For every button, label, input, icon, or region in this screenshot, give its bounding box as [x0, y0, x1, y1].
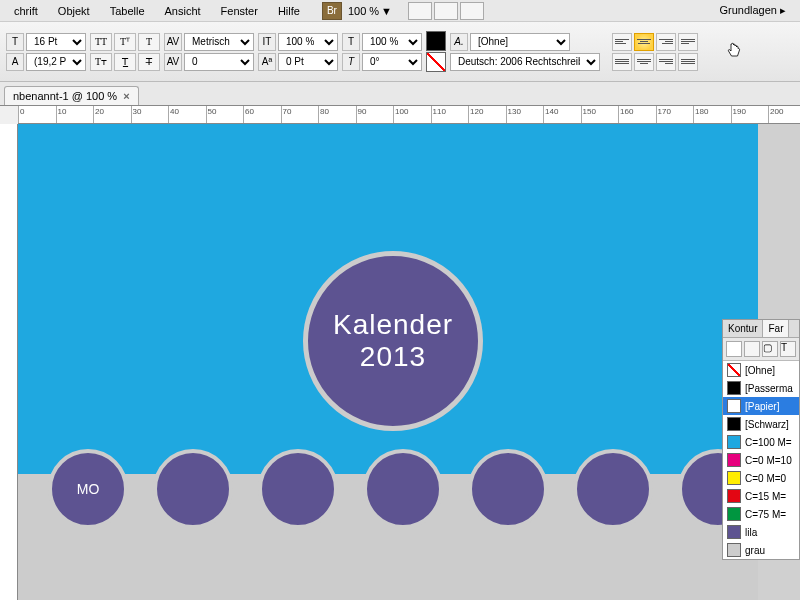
- swatch-label: C=75 M=: [745, 509, 786, 520]
- panel-tab-kontur[interactable]: Kontur: [723, 320, 763, 337]
- close-tab-icon[interactable]: ×: [123, 90, 129, 102]
- vscale-select[interactable]: 100 %: [278, 33, 338, 51]
- leading-icon: A: [6, 53, 24, 71]
- underline-button[interactable]: T̲: [114, 53, 136, 71]
- stroke-swatch[interactable]: [426, 52, 446, 72]
- swatch-color-icon: [727, 507, 741, 521]
- menu-schrift[interactable]: chrift: [4, 2, 48, 20]
- vscale-icon: IT: [258, 33, 276, 51]
- view-mode-2[interactable]: [434, 2, 458, 20]
- swatch-row[interactable]: lila: [723, 523, 799, 541]
- font-size-select[interactable]: 16 Pt: [26, 33, 86, 51]
- panel-object-icon[interactable]: ▢: [762, 341, 778, 357]
- swatch-label: [Schwarz]: [745, 419, 789, 430]
- panel-fill-swatch[interactable]: [726, 341, 742, 357]
- swatch-color-icon: [727, 381, 741, 395]
- title-line2: 2013: [360, 341, 426, 373]
- swatch-row[interactable]: C=0 M=10: [723, 451, 799, 469]
- align-group: [612, 33, 698, 71]
- view-mode-3[interactable]: [460, 2, 484, 20]
- swatch-row[interactable]: C=100 M=: [723, 433, 799, 451]
- bridge-button[interactable]: Br: [322, 2, 342, 20]
- skew-select[interactable]: 0°: [362, 53, 422, 71]
- subscript-button[interactable]: Tᴛ: [90, 53, 112, 71]
- baseline-icon: Aª: [258, 53, 276, 71]
- swatch-label: C=0 M=10: [745, 455, 792, 466]
- swatch-color-icon: [727, 525, 741, 539]
- all-caps-button[interactable]: TT: [90, 33, 112, 51]
- day-circle-3[interactable]: [258, 449, 338, 529]
- align-right-button[interactable]: [656, 33, 676, 51]
- justify-right-button[interactable]: [656, 53, 676, 71]
- menu-fenster[interactable]: Fenster: [211, 2, 268, 20]
- view-mode-1[interactable]: [408, 2, 432, 20]
- char-style-select[interactable]: [Ohne]: [470, 33, 570, 51]
- panel-text-icon[interactable]: T: [780, 341, 796, 357]
- justify-center-button[interactable]: [634, 53, 654, 71]
- menu-tabelle[interactable]: Tabelle: [100, 2, 155, 20]
- main-circle[interactable]: Kalender 2013: [303, 251, 483, 431]
- tracking-select[interactable]: 0: [184, 53, 254, 71]
- small-caps-button[interactable]: Tᵀ: [114, 33, 136, 51]
- leading-select[interactable]: (19,2 Pt): [26, 53, 86, 71]
- fill-swatch[interactable]: [426, 31, 446, 51]
- swatch-row[interactable]: grau: [723, 541, 799, 559]
- swatch-row[interactable]: C=0 M=0: [723, 469, 799, 487]
- document-tabs: nbenannt-1 @ 100 % ×: [0, 82, 800, 106]
- strike-button[interactable]: T̶: [138, 53, 160, 71]
- align-left-button[interactable]: [612, 33, 632, 51]
- swatch-list: [Ohne][Passerma[Papier][Schwarz]C=100 M=…: [723, 361, 799, 559]
- workspace-select[interactable]: Grundlagen ▸: [709, 1, 796, 20]
- superscript-button[interactable]: T: [138, 33, 160, 51]
- menu-ansicht[interactable]: Ansicht: [155, 2, 211, 20]
- tab-title: nbenannt-1 @ 100 %: [13, 90, 117, 102]
- skew-icon: T: [342, 53, 360, 71]
- swatches-panel: Kontur Far ▢ T [Ohne][Passerma[Papier][S…: [722, 319, 800, 560]
- kerning-icon: AV: [164, 33, 182, 51]
- document-tab[interactable]: nbenannt-1 @ 100 % ×: [4, 86, 139, 105]
- swatch-color-icon: [727, 363, 741, 377]
- panel-stroke-swatch[interactable]: [744, 341, 760, 357]
- menu-bar: chrift Objekt Tabelle Ansicht Fenster Hi…: [0, 0, 800, 22]
- swatch-color-icon: [727, 399, 741, 413]
- day-circle-6[interactable]: [573, 449, 653, 529]
- swatch-label: C=15 M=: [745, 491, 786, 502]
- menu-hilfe[interactable]: Hilfe: [268, 2, 310, 20]
- justify-full-button[interactable]: [678, 53, 698, 71]
- swatch-row[interactable]: C=75 M=: [723, 505, 799, 523]
- swatch-label: C=0 M=0: [745, 473, 786, 484]
- swatch-row[interactable]: [Schwarz]: [723, 415, 799, 433]
- control-panel: T16 Pt A(19,2 Pt) TT Tᵀ T Tᴛ T̲ T̶ AVMet…: [0, 22, 800, 82]
- justify-left-button[interactable]: [678, 33, 698, 51]
- menu-objekt[interactable]: Objekt: [48, 2, 100, 20]
- swatch-row[interactable]: [Papier]: [723, 397, 799, 415]
- swatch-row[interactable]: [Ohne]: [723, 361, 799, 379]
- canvas[interactable]: Kalender 2013 MO: [18, 124, 800, 600]
- tracking-icon: AV: [164, 53, 182, 71]
- baseline-select[interactable]: 0 Pt: [278, 53, 338, 71]
- hscale-select[interactable]: 100 %: [362, 33, 422, 51]
- horizontal-ruler[interactable]: 0102030405060708090100110120130140150160…: [18, 106, 800, 124]
- language-select[interactable]: Deutsch: 2006 Rechtschreibr: [450, 53, 600, 71]
- swatch-label: lila: [745, 527, 757, 538]
- vertical-ruler[interactable]: [0, 124, 18, 600]
- swatch-label: [Ohne]: [745, 365, 775, 376]
- swatch-row[interactable]: [Passerma: [723, 379, 799, 397]
- justify-all-button[interactable]: [612, 53, 632, 71]
- day-circle-5[interactable]: [468, 449, 548, 529]
- swatch-color-icon: [727, 453, 741, 467]
- zoom-select[interactable]: 100 % ▼: [342, 3, 398, 19]
- panel-tab-farbe[interactable]: Far: [763, 320, 789, 337]
- hscale-icon: T: [342, 33, 360, 51]
- title-line1: Kalender: [333, 309, 453, 341]
- day-circle-2[interactable]: [153, 449, 233, 529]
- swatch-row[interactable]: C=15 M=: [723, 487, 799, 505]
- swatch-label: [Passerma: [745, 383, 793, 394]
- swatch-color-icon: [727, 489, 741, 503]
- kerning-select[interactable]: Metrisch: [184, 33, 254, 51]
- day-circle-mo[interactable]: MO: [48, 449, 128, 529]
- swatch-color-icon: [727, 417, 741, 431]
- align-center-button[interactable]: [634, 33, 654, 51]
- day-circle-4[interactable]: [363, 449, 443, 529]
- swatch-color-icon: [727, 543, 741, 557]
